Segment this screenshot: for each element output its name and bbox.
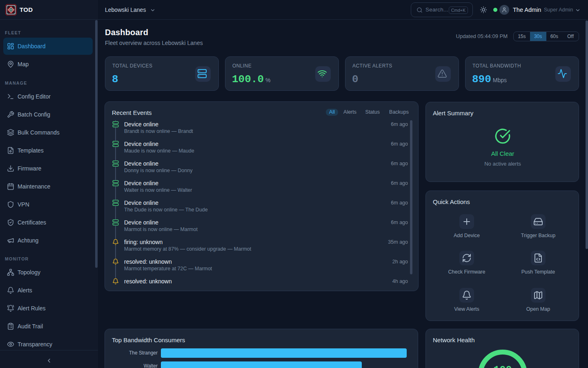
svg-text:100: 100 — [493, 364, 512, 368]
